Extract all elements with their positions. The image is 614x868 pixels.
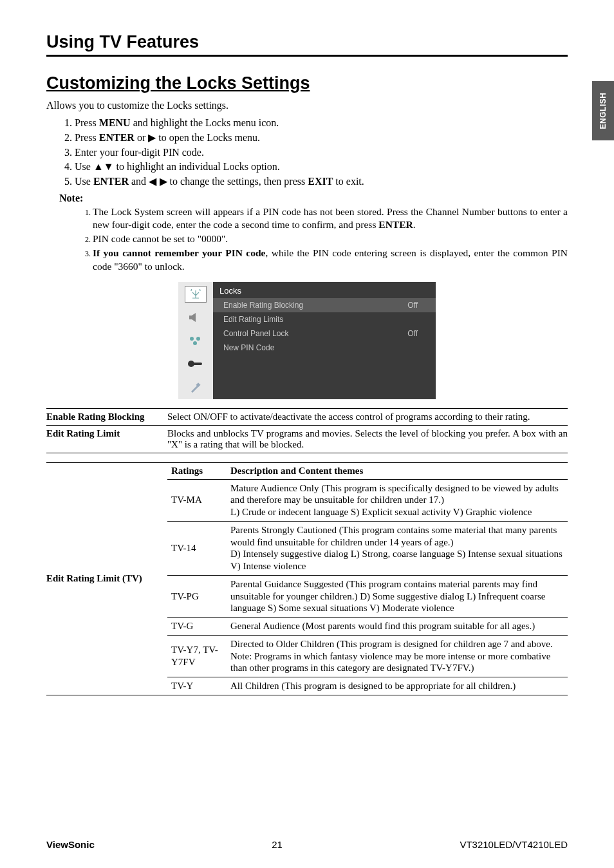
osd-row-label: Enable Rating Blocking bbox=[223, 301, 303, 310]
rating-desc: Parents Strongly Cautioned (This program… bbox=[227, 521, 568, 575]
rating-code: TV-Y7, TV-Y7FV bbox=[167, 635, 227, 677]
ratings-table: Edit Rating Limit (TV) Ratings Descripti… bbox=[46, 462, 568, 695]
osd-row-label: New PIN Code bbox=[223, 343, 274, 352]
osd-row-new-pin: New PIN Code bbox=[213, 341, 436, 355]
arrow-leftright-icon: ◀ ▶ bbox=[149, 176, 167, 187]
note-text-bold: If you cannot remember your PIN code bbox=[93, 247, 265, 258]
antenna-icon bbox=[185, 286, 207, 303]
steps-list: Press MENU and highlight the Locks menu … bbox=[75, 117, 568, 189]
step-text: to exit. bbox=[333, 176, 364, 187]
rating-code: TV-14 bbox=[167, 521, 227, 575]
table-row: TV-14 Parents Strongly Cautioned (This p… bbox=[167, 521, 568, 575]
note-2: PIN code cannot be set to "0000". bbox=[93, 232, 568, 245]
key-menu: MENU bbox=[99, 117, 131, 128]
language-tab: ENGLISH bbox=[592, 81, 614, 140]
step-3: Enter your four-digit PIN code. bbox=[75, 146, 568, 160]
rating-desc: Mature Audience Only (This program is sp… bbox=[227, 479, 568, 521]
lock-icon bbox=[185, 355, 207, 372]
osd-menu: Locks Enable Rating Blocking Off Edit Ra… bbox=[178, 282, 436, 399]
svg-point-2 bbox=[190, 337, 194, 341]
note-label: Note: bbox=[59, 193, 568, 204]
note-text: The Lock System screen will appears if a… bbox=[93, 206, 568, 230]
definitions: Enable Rating Blocking Select ON/OFF to … bbox=[46, 408, 568, 453]
step-text: or bbox=[135, 132, 148, 143]
svg-rect-6 bbox=[193, 363, 202, 365]
step-1: Press MENU and highlight the Locks menu … bbox=[75, 117, 568, 130]
step-4: Use ▲▼ to highlight an individual Locks … bbox=[75, 160, 568, 174]
key-enter: ENTER bbox=[99, 132, 135, 143]
svg-point-3 bbox=[196, 337, 200, 341]
step-text: Use bbox=[75, 161, 93, 172]
table-row: TV-Y7, TV-Y7FV Directed to Older Childre… bbox=[167, 635, 568, 677]
rating-desc: General Audience (Most parents would fin… bbox=[227, 618, 568, 636]
note-1: The Lock System screen will appears if a… bbox=[93, 205, 568, 231]
footer-page: 21 bbox=[272, 839, 283, 850]
step-text: to open the Locks menu. bbox=[156, 132, 260, 143]
section-title: Customizing the Locks Settings bbox=[46, 73, 568, 93]
key-exit: EXIT bbox=[308, 176, 333, 187]
osd-icon-strip bbox=[178, 282, 213, 399]
rating-desc: Directed to Older Children (This program… bbox=[227, 635, 568, 677]
rating-code: TV-Y bbox=[167, 677, 227, 695]
page-footer: ViewSonic 21 VT3210LED/VT4210LED bbox=[46, 839, 568, 850]
osd-row-enable-rating: Enable Rating Blocking Off bbox=[213, 298, 436, 312]
arrow-right-icon: ▶ bbox=[148, 132, 156, 143]
notes-list: The Lock System screen will appears if a… bbox=[93, 205, 568, 273]
settings-icon bbox=[185, 379, 207, 395]
language-tab-label: ENGLISH bbox=[599, 93, 608, 129]
rating-desc: Parental Guidance Suggested (This progra… bbox=[227, 575, 568, 617]
table-row: TV-G General Audience (Most parents woul… bbox=[167, 618, 568, 636]
def-label: Enable Rating Blocking bbox=[46, 409, 167, 425]
svg-rect-0 bbox=[189, 316, 192, 319]
ratings-header-col1: Ratings bbox=[167, 463, 227, 480]
footer-model: VT3210LED/VT4210LED bbox=[460, 839, 568, 850]
rating-desc: All Children (This program is designed t… bbox=[227, 677, 568, 695]
osd-row-control-panel: Control Panel Lock Off bbox=[213, 326, 436, 341]
def-edit-limit: Edit Rating Limit Blocks and unblocks TV… bbox=[46, 425, 568, 453]
divider bbox=[46, 55, 568, 57]
step-text: Use bbox=[75, 176, 93, 187]
step-text: to highlight an individual Locks option. bbox=[114, 161, 280, 172]
ratings-section-label: Edit Rating Limit (TV) bbox=[46, 463, 167, 695]
osd-row-label: Control Panel Lock bbox=[223, 329, 288, 338]
intro-text: Allows you to customize the Locks settin… bbox=[46, 100, 568, 111]
ratings-header-col2: Description and Content themes bbox=[227, 463, 568, 480]
table-row: TV-PG Parental Guidance Suggested (This … bbox=[167, 575, 568, 617]
channels-icon bbox=[185, 332, 207, 349]
svg-marker-1 bbox=[192, 313, 196, 322]
note-text: . bbox=[413, 219, 416, 230]
def-label: Edit Rating Limit bbox=[46, 426, 167, 453]
key-enter: ENTER bbox=[378, 219, 413, 230]
step-text: Press bbox=[75, 117, 99, 128]
rating-code: TV-PG bbox=[167, 575, 227, 617]
osd-row-value: Off bbox=[407, 329, 418, 338]
footer-brand: ViewSonic bbox=[46, 839, 95, 850]
chapter-title: Using TV Features bbox=[46, 32, 568, 52]
table-row: TV-Y All Children (This program is desig… bbox=[167, 677, 568, 695]
osd-row-label: Edit Rating Limits bbox=[223, 315, 283, 324]
arrow-updown-icon: ▲▼ bbox=[93, 161, 114, 172]
osd-row-value: Off bbox=[407, 301, 418, 310]
step-text: Press bbox=[75, 132, 99, 143]
note-3: If you cannot remember your PIN code, wh… bbox=[93, 247, 568, 272]
def-body: Select ON/OFF to activate/deactivate the… bbox=[167, 409, 568, 425]
def-enable-rating: Enable Rating Blocking Select ON/OFF to … bbox=[46, 408, 568, 425]
rating-code: TV-G bbox=[167, 618, 227, 636]
rating-code: TV-MA bbox=[167, 479, 227, 521]
step-2: Press ENTER or ▶ to open the Locks menu. bbox=[75, 131, 568, 145]
table-row: TV-MA Mature Audience Only (This program… bbox=[167, 479, 568, 521]
step-text: and bbox=[129, 176, 149, 187]
osd-row-edit-limits: Edit Rating Limits bbox=[213, 312, 436, 326]
ratings-grid: Ratings Description and Content themes T… bbox=[167, 463, 568, 695]
osd-panel: Locks Enable Rating Blocking Off Edit Ra… bbox=[213, 282, 436, 399]
speaker-icon bbox=[185, 309, 207, 326]
step-text: and highlight the Locks menu icon. bbox=[131, 117, 279, 128]
key-enter: ENTER bbox=[93, 176, 129, 187]
osd-title: Locks bbox=[213, 282, 436, 298]
step-text: to change the settings, then press bbox=[167, 176, 308, 187]
step-5: Use ENTER and ◀ ▶ to change the settings… bbox=[75, 175, 568, 189]
svg-point-4 bbox=[193, 341, 197, 345]
def-body: Blocks and unblocks TV programs and movi… bbox=[167, 426, 568, 453]
